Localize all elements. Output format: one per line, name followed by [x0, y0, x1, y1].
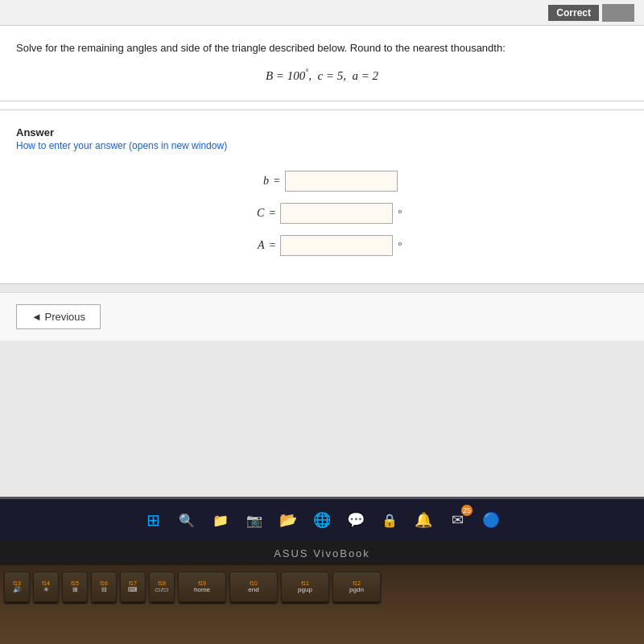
laptop-bezel: ASUS VivoBook: [0, 541, 644, 565]
key-end-bottom: end: [248, 586, 258, 593]
A-degree: °: [398, 239, 402, 252]
C-eq: =: [269, 207, 275, 220]
search-icon[interactable]: 🔍: [174, 507, 200, 533]
previous-button[interactable]: ◄ Previous: [16, 304, 101, 329]
discord-icon[interactable]: 💬: [343, 507, 369, 533]
answer-section: Answer How to enter your answer (opens i…: [0, 118, 644, 283]
brand-label: ASUS VivoBook: [274, 547, 370, 559]
notification-icon[interactable]: 🔔: [411, 507, 436, 533]
key-end[interactable]: f10 end: [229, 572, 278, 602]
key-end-top: f10: [250, 580, 258, 586]
b-input[interactable]: [285, 171, 398, 192]
key-f18[interactable]: f18 ▭/▭: [149, 572, 175, 602]
A-input-group: A = °: [16, 235, 628, 256]
key-f17[interactable]: f17 ⌨: [120, 572, 146, 602]
chrome-icon[interactable]: 🔵: [478, 507, 504, 533]
how-to-link[interactable]: How to enter your answer (opens in new w…: [16, 140, 628, 151]
key-f14[interactable]: f14 ✳: [33, 572, 59, 602]
bottom-nav: ◄ Previous: [0, 292, 644, 341]
vpn-icon[interactable]: 🔒: [377, 507, 402, 533]
mail-icon[interactable]: ✉ 25: [444, 507, 470, 533]
key-f15-top: f15: [71, 580, 79, 586]
main-content: Solve for the remaining angles and side …: [0, 26, 644, 284]
key-f14-bottom: ✳: [43, 586, 49, 593]
key-home-top: f19: [198, 580, 206, 586]
key-f18-bottom: ▭/▭: [155, 586, 169, 593]
key-f13[interactable]: f13 🔊: [4, 572, 30, 602]
key-f16-bottom: ⊟: [101, 586, 107, 593]
C-input-group: C = °: [16, 203, 628, 224]
key-f13-bottom: 🔊: [13, 586, 21, 593]
camera-icon[interactable]: 📷: [242, 507, 267, 533]
edge-icon[interactable]: 🌐: [309, 507, 335, 533]
A-eq: =: [269, 239, 275, 252]
question-text: Solve for the remaining angles and side …: [16, 40, 628, 56]
formula-display: B = 100°, c = 5, a = 2: [16, 68, 628, 83]
key-f17-bottom: ⌨: [128, 586, 138, 593]
question-area: Solve for the remaining angles and side …: [0, 26, 644, 101]
key-f18-top: f18: [158, 580, 166, 586]
windows-icon[interactable]: ⊞: [140, 507, 166, 533]
key-f15-bottom: ⊞: [72, 586, 78, 593]
key-f16-top: f16: [100, 580, 108, 586]
key-f13-top: f13: [13, 580, 21, 586]
keyboard: f13 🔊 f14 ✳ f15 ⊞ f16 ⊟ f17 ⌨ f18 ▭/▭ f1…: [0, 565, 644, 644]
nav-arrow[interactable]: [602, 4, 634, 22]
C-label: C: [242, 207, 264, 220]
laptop-screen: Correct Solve for the remaining angles a…: [0, 0, 644, 499]
C-input[interactable]: [280, 203, 393, 224]
b-label: b: [246, 175, 269, 188]
top-bar: Correct: [0, 0, 644, 26]
key-home-bottom: home: [194, 586, 210, 593]
key-pgup[interactable]: f11 pgup: [281, 572, 329, 602]
file-explorer-icon[interactable]: 📁: [208, 507, 233, 533]
key-pgup-top: f11: [301, 580, 309, 586]
answer-label: Answer: [16, 126, 628, 138]
A-label: A: [242, 239, 264, 252]
mail-badge: 25: [461, 505, 473, 516]
key-f16[interactable]: f16 ⊟: [91, 572, 117, 602]
key-pgup-bottom: pgup: [298, 586, 312, 593]
A-input[interactable]: [280, 235, 393, 256]
key-pgdn-top: f12: [353, 580, 361, 586]
key-f14-top: f14: [42, 580, 50, 586]
b-input-group: b =: [16, 171, 628, 192]
key-pgdn[interactable]: f12 pgdn: [332, 572, 381, 602]
key-home[interactable]: f19 home: [178, 572, 226, 602]
key-f15[interactable]: f15 ⊞: [62, 572, 88, 602]
taskbar: ⊞ 🔍 📁 📷 📂 🌐 💬 🔒 🔔 ✉ 25 🔵: [0, 499, 644, 541]
C-degree: °: [398, 207, 402, 220]
b-eq: =: [274, 175, 280, 188]
divider: [0, 109, 644, 110]
key-pgdn-bottom: pgdn: [349, 586, 364, 593]
key-f17-top: f17: [129, 580, 137, 586]
folder-icon[interactable]: 📂: [275, 507, 301, 533]
correct-badge: Correct: [548, 5, 599, 21]
